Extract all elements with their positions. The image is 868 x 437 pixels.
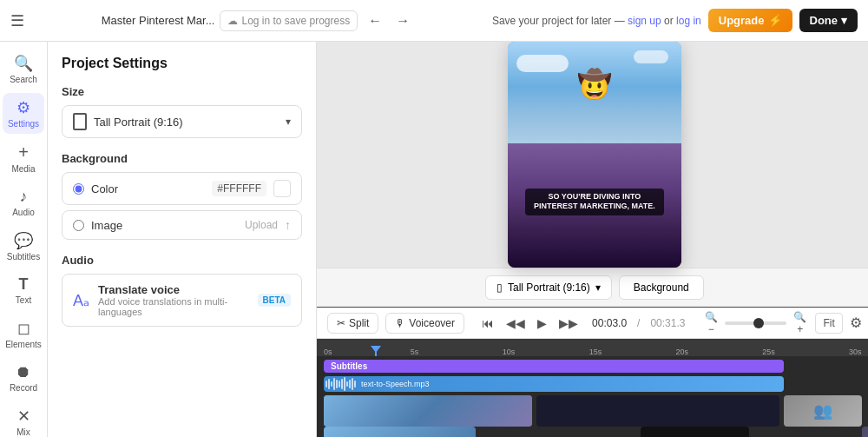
size-dropdown-left: Tall Portrait (9:16) (73, 113, 183, 130)
ruler-mark-20: 20s (675, 348, 688, 356)
done-button[interactable]: Done ▾ (799, 9, 858, 32)
ruler-mark-5: 5s (411, 348, 419, 356)
background-section: Background Color #FFFFFF Image Upload ↑ (62, 152, 302, 240)
text-icon: T (19, 275, 29, 294)
bg-image-radio[interactable] (73, 220, 84, 231)
undo-button[interactable]: ← (363, 10, 387, 32)
canvas-main: 🤠 SO YOU'RE DIVING INTO PINTEREST MARKET… (317, 42, 868, 268)
audio-wave-bar: text-to-Speech.mp3 (324, 376, 784, 392)
timeline: ✂ Split 🎙 Voiceover ⏮ ◀◀ ▶ ▶▶ 00:03.0 / … (317, 307, 868, 437)
video-clip-1[interactable] (324, 395, 532, 427)
bottom-video-clip-2[interactable] (641, 427, 749, 437)
voiceover-label: Voiceover (409, 317, 455, 329)
audio-section-title: Audio (62, 254, 302, 267)
cloud-save-btn[interactable]: ☁ Log in to save progress (220, 10, 358, 31)
translate-text: Translate voice Add voice translations i… (98, 283, 249, 317)
sidebar-item-record[interactable]: ⏺ Record (3, 358, 44, 398)
next-frame-button[interactable]: ▶▶ (556, 313, 582, 334)
bottom-video-clip-3[interactable] (862, 427, 868, 437)
zoom-controls: 🔍− 🔍+ (702, 311, 808, 335)
ruler-mark-30: 30s (849, 348, 862, 356)
redo-button[interactable]: → (391, 10, 415, 32)
ruler-mark-0: 0s (324, 348, 332, 356)
mix-icon: ✕ (17, 407, 30, 426)
video-clip-3[interactable]: 👥 (784, 395, 862, 427)
sidebar-item-subtitles[interactable]: 💬 Subtitles (3, 226, 44, 267)
audio-wave-track[interactable]: text-to-Speech.mp3 (324, 376, 865, 392)
audio-section: Audio Aₐ Translate voice Add voice trans… (62, 254, 302, 327)
bg-color-option[interactable]: Color #FFFFFF (62, 172, 302, 205)
canvas-background-button[interactable]: Background (619, 275, 704, 300)
save-text: Save your project for later — sign up or… (492, 15, 701, 27)
portrait-icon: ▯ (496, 281, 503, 294)
translate-voice-card[interactable]: Aₐ Translate voice Add voice translation… (62, 274, 302, 327)
sidebar-item-media[interactable]: + Media (3, 137, 44, 179)
upgrade-button[interactable]: Upgrade ⚡ (708, 9, 792, 32)
bottom-video-clips-track (324, 427, 865, 437)
timeline-toolbar: ✂ Split 🎙 Voiceover ⏮ ◀◀ ▶ ▶▶ 00:03.0 / … (317, 308, 868, 339)
done-chevron: ▾ (841, 14, 847, 27)
canvas-overlay-text: SO YOU'RE DIVING INTO PINTEREST MARKETIN… (525, 189, 664, 215)
main-area: 🔍 Search ⚙ Settings + Media ♪ Audio 💬 Su… (0, 42, 868, 437)
canvas-preview: 🤠 SO YOU'RE DIVING INTO PINTEREST MARKET… (508, 42, 681, 268)
sidebar-label-search: Search (10, 75, 37, 84)
upgrade-label: Upgrade (719, 14, 765, 27)
bottom-video-clip-1[interactable] (324, 427, 476, 437)
search-icon: 🔍 (14, 54, 33, 73)
canvas-character: 🤠 (577, 68, 612, 101)
color-swatch[interactable] (273, 180, 291, 197)
zoom-in-button[interactable]: 🔍+ (792, 311, 809, 335)
sidebar-item-audio[interactable]: ♪ Audio (3, 182, 44, 222)
sidebar-item-elements[interactable]: ◻ Elements (3, 314, 44, 354)
audio-icon: ♪ (20, 188, 28, 206)
subtitle-track-bar[interactable]: Subtitles (324, 360, 784, 373)
menu-icon[interactable]: ☰ (10, 11, 24, 30)
canvas-size-button[interactable]: ▯ Tall Portrait (9:16) ▾ (485, 275, 612, 300)
canvas-size-label: Tall Portrait (9:16) (508, 281, 590, 294)
topbar: ☰ Master Pinterest Mar... ☁ Log in to sa… (0, 0, 868, 42)
total-time: 00:31.3 (650, 317, 685, 329)
ruler-mark-15: 15s (589, 348, 602, 356)
transport-controls: ⏮ ◀◀ ▶ ▶▶ (478, 313, 582, 334)
size-section-title: Size (62, 85, 302, 98)
timeline-tracks: Subtitles (317, 356, 868, 437)
sidebar-label-settings: Settings (8, 119, 39, 129)
signup-link[interactable]: sign up (628, 15, 661, 27)
translate-icon: Aₐ (73, 291, 89, 310)
settings-panel: Project Settings Size Tall Portrait (9:1… (48, 42, 317, 437)
subtitle-track: Subtitles (324, 360, 865, 373)
subtitle-track-label: Subtitles (331, 361, 367, 371)
sidebar-label-text: Text (16, 295, 31, 305)
timeline-settings-icon[interactable]: ⚙ (850, 315, 862, 331)
sidebar-item-mix[interactable]: ✕ Mix (3, 401, 44, 437)
prev-frame-button[interactable]: ◀◀ (503, 313, 529, 334)
chevron-down-icon: ▾ (286, 116, 291, 128)
cloud-text: Log in to save progress (241, 15, 350, 27)
topbar-left: ☰ (10, 11, 24, 30)
zoom-slider[interactable] (725, 321, 786, 325)
chevron-down-icon: ▾ (595, 281, 601, 294)
subtitles-icon: 💬 (14, 231, 33, 250)
video-clip-2[interactable] (536, 395, 779, 427)
rewind-button[interactable]: ⏮ (478, 313, 497, 334)
split-button[interactable]: ✂ Split (327, 313, 378, 334)
size-section: Size Tall Portrait (9:16) ▾ (62, 85, 302, 138)
bg-section-title: Background (62, 152, 302, 165)
login-link[interactable]: log in (676, 15, 701, 27)
panel-title: Project Settings (62, 56, 302, 71)
size-dropdown[interactable]: Tall Portrait (9:16) ▾ (62, 105, 302, 138)
sidebar-item-settings[interactable]: ⚙ Settings (3, 93, 44, 134)
bg-color-radio[interactable] (73, 183, 84, 195)
zoom-thumb (753, 318, 764, 328)
fit-button[interactable]: Fit (815, 313, 842, 334)
size-value: Tall Portrait (9:16) (94, 116, 183, 129)
sidebar-item-search[interactable]: 🔍 Search (3, 49, 44, 89)
play-button[interactable]: ▶ (534, 313, 550, 334)
time-separator: / (637, 317, 640, 329)
zoom-out-button[interactable]: 🔍− (702, 311, 720, 335)
project-name: Master Pinterest Mar... (102, 14, 215, 27)
bg-image-option[interactable]: Image Upload ↑ (62, 210, 302, 240)
sidebar-item-text[interactable]: T Text (3, 270, 44, 310)
voiceover-button[interactable]: 🎙 Voiceover (385, 313, 464, 334)
bg-color-label: Color (91, 182, 205, 195)
